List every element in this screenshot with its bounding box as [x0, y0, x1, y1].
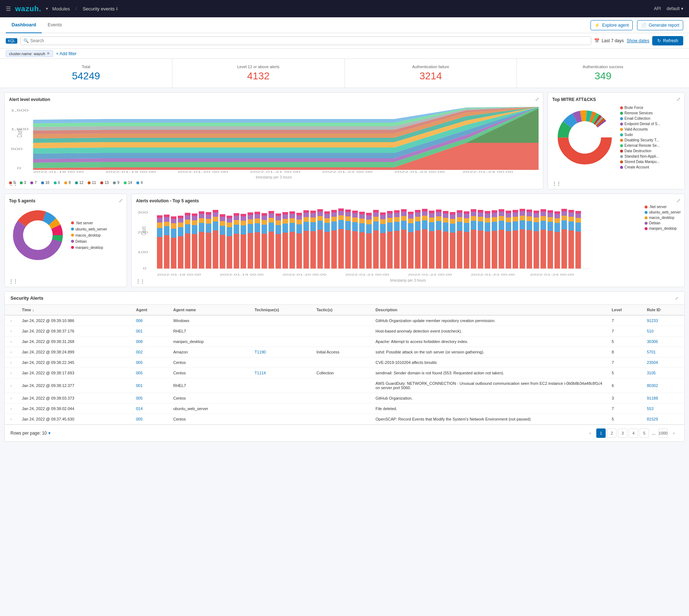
svg-rect-126	[262, 220, 267, 225]
cell-agent[interactable]: 005	[132, 393, 169, 404]
table-expand-icon[interactable]: ⤢	[675, 296, 679, 301]
cell-technique[interactable]: T1114	[250, 368, 312, 378]
page-1-button[interactable]: 1	[596, 428, 606, 438]
cell-rule-id[interactable]: 5701	[642, 347, 684, 357]
cell-rule-id[interactable]: 91233	[642, 315, 684, 326]
cell-technique[interactable]	[250, 336, 312, 347]
svg-rect-217	[387, 214, 392, 218]
cell-agent[interactable]: 005	[132, 414, 169, 424]
expand-row-icon[interactable]: ›	[9, 383, 13, 388]
col-level[interactable]: Level	[607, 305, 643, 315]
expand-row-icon[interactable]: ›	[9, 360, 13, 365]
cell-agent[interactable]: 001	[132, 326, 169, 336]
cell-technique[interactable]	[250, 378, 312, 393]
col-time[interactable]: Time ↓	[18, 305, 132, 315]
default-selector[interactable]: default ▾	[667, 6, 683, 11]
col-agent[interactable]: Agent	[132, 305, 169, 315]
expand-icon[interactable]: ⤢	[676, 198, 681, 203]
next-page-button[interactable]: ›	[669, 428, 679, 438]
cell-agent[interactable]: 001	[132, 378, 169, 393]
expand-row-icon[interactable]: ›	[9, 371, 13, 375]
cell-technique[interactable]	[250, 315, 312, 326]
cell-agent[interactable]: 008	[132, 336, 169, 347]
expand-icon[interactable]: ⤢	[119, 198, 123, 203]
expand-row-icon[interactable]: ›	[9, 318, 13, 323]
expand-row-icon[interactable]: ›	[9, 339, 13, 344]
svg-rect-90	[213, 221, 218, 230]
cell-technique[interactable]	[250, 326, 312, 336]
cell-rule-id[interactable]: 3105	[642, 368, 684, 378]
svg-rect-268	[457, 210, 462, 213]
svg-rect-146	[289, 218, 295, 223]
cell-rule-id[interactable]: 510	[642, 326, 684, 336]
expand-icon[interactable]: ⤢	[535, 96, 539, 102]
col-description[interactable]: Description	[371, 305, 607, 315]
cell-agent[interactable]: 002	[132, 347, 169, 357]
col-rule-id[interactable]: Rule ID	[642, 305, 684, 315]
show-dates-button[interactable]: Show dates	[627, 38, 649, 43]
generate-report-button[interactable]: 📄 Generate report	[637, 20, 683, 30]
panel-menu-icon[interactable]: ⋮⋮	[9, 279, 18, 284]
panel-menu-icon[interactable]: ⋮⋮	[552, 181, 561, 186]
table-row: › Jan 24, 2022 @ 09:38:17.693 005 Centos…	[5, 368, 684, 378]
svg-rect-102	[227, 218, 232, 223]
cell-agent[interactable]: 014	[132, 404, 169, 414]
tab-events[interactable]: Events	[42, 17, 68, 33]
page-4-button[interactable]: 4	[629, 428, 638, 438]
page-5-button[interactable]: 5	[640, 428, 649, 438]
page-3-button[interactable]: 3	[618, 428, 627, 438]
prev-page-button[interactable]: ‹	[585, 428, 595, 438]
cell-technique[interactable]	[250, 414, 312, 424]
hamburger-icon[interactable]: ☰	[6, 5, 11, 12]
svg-rect-75	[192, 225, 197, 234]
cell-technique[interactable]	[250, 393, 312, 404]
rows-select[interactable]: ▾	[48, 431, 51, 436]
cell-technique[interactable]: T1190	[250, 347, 312, 357]
col-technique[interactable]: Technique(s)	[250, 305, 312, 315]
modules-link[interactable]: Modules	[52, 6, 70, 12]
add-filter-button[interactable]: + Add filter	[56, 51, 76, 56]
col-tactic[interactable]: Tactic(s)	[312, 305, 371, 315]
tab-dashboard[interactable]: Dashboard	[6, 17, 42, 33]
legend-item-email-collection: Email Collection	[620, 116, 661, 120]
app-logo[interactable]: wazuh.	[15, 5, 41, 13]
cell-rule-id[interactable]: 81529	[642, 414, 684, 424]
cell-technique[interactable]	[250, 404, 312, 414]
expand-row-icon[interactable]: ›	[9, 329, 13, 333]
cell-technique[interactable]	[250, 357, 312, 368]
cell-rule-id[interactable]: 80302	[642, 378, 684, 393]
refresh-button[interactable]: ↻ Refresh	[652, 36, 683, 45]
remove-filter-icon[interactable]: ✕	[47, 51, 50, 56]
col-agent-name[interactable]: Agent name	[169, 305, 250, 315]
cell-rule-id[interactable]: 23504	[642, 357, 684, 368]
cell-level: 7	[607, 315, 643, 326]
expand-row-icon[interactable]: ›	[9, 396, 13, 400]
cell-agent[interactable]: 005	[132, 368, 169, 378]
cell-agent[interactable]: 005	[132, 357, 169, 368]
svg-rect-297	[499, 212, 504, 216]
search-input-area[interactable]: 🔍	[20, 36, 591, 45]
explore-agent-button[interactable]: ⚡ Explore agent	[591, 20, 633, 30]
panel-menu-icon[interactable]: ⋮⋮	[136, 279, 145, 284]
cell-agent[interactable]: 006	[132, 315, 169, 326]
filter-tag[interactable]: cluster.name: wazuh ✕	[6, 50, 53, 57]
security-alerts-table: Time ↓ Agent Agent name Technique(s) Tac…	[5, 305, 684, 424]
page-2-button[interactable]: 2	[607, 428, 616, 438]
cell-rule-id[interactable]: 91188	[642, 393, 684, 404]
expand-row-icon[interactable]: ›	[9, 406, 13, 411]
expand-icon[interactable]: ⤢	[676, 96, 681, 102]
last-page-button[interactable]: 1000	[658, 428, 668, 438]
svg-rect-74	[192, 234, 197, 269]
svg-text:2022-01-21 00:00: 2022-01-21 00:00	[345, 273, 389, 276]
svg-rect-93	[213, 210, 218, 212]
panel-menu-icon[interactable]: ⋮⋮	[9, 181, 18, 186]
expand-row-icon[interactable]: ›	[9, 417, 13, 421]
search-input[interactable]	[30, 38, 588, 43]
cell-rule-id[interactable]: 553	[642, 404, 684, 414]
expand-row-icon[interactable]: ›	[9, 350, 13, 354]
svg-rect-104	[234, 234, 239, 269]
svg-rect-66	[178, 223, 183, 227]
second-nav: Dashboard Events ⚡ Explore agent 📄 Gener…	[0, 17, 689, 33]
svg-rect-312	[519, 211, 525, 216]
cell-rule-id[interactable]: 30306	[642, 336, 684, 347]
